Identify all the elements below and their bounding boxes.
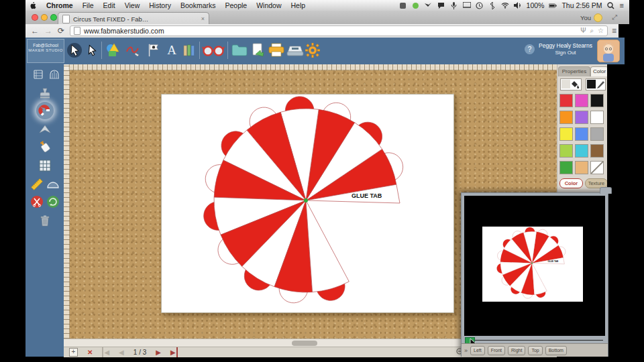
status-bird-icon[interactable] [425, 1, 433, 9]
pointer-icon[interactable] [66, 42, 83, 59]
first-page-button[interactable]: ◀ [102, 347, 109, 357]
bookmark-star-icon[interactable]: ☆ [598, 27, 604, 35]
export-icon[interactable] [250, 42, 267, 59]
next-page-button[interactable]: ▶ [156, 347, 161, 357]
menu-item-file[interactable]: File [83, 1, 94, 9]
trash-icon[interactable] [38, 213, 52, 228]
color-swatch[interactable] [559, 111, 573, 124]
text-icon[interactable]: A [163, 42, 180, 59]
view-bottom-button[interactable]: Bottom [545, 346, 567, 355]
folder-icon[interactable] [231, 42, 248, 59]
menu-item-bookmarks[interactable]: Bookmarks [180, 1, 216, 9]
fill-color-swatch[interactable] [560, 78, 582, 90]
gear-icon[interactable] [304, 42, 321, 59]
last-page-button[interactable]: ▶ [170, 347, 178, 357]
status-green-dot-icon[interactable] [412, 1, 420, 9]
status-chat-bubble-icon[interactable] [437, 1, 445, 9]
scissors-icon[interactable] [30, 194, 44, 209]
preview-panel-handle[interactable] [600, 187, 612, 194]
ruler-icon[interactable] [30, 177, 44, 192]
status-time-machine-icon[interactable] [476, 1, 484, 9]
color-swatch[interactable] [590, 144, 604, 158]
design-page[interactable]: GLUE TAB [161, 94, 454, 313]
menu-item-help[interactable]: Help [291, 1, 306, 9]
menu-item-edit[interactable]: Edit [103, 1, 115, 9]
plugin-icon[interactable]: Ψ [580, 27, 586, 35]
menu-item-window[interactable]: Window [256, 1, 281, 9]
menu-item-history[interactable]: History [149, 1, 171, 9]
color-swatch[interactable] [575, 94, 588, 107]
view-front-button[interactable]: Front [488, 346, 505, 355]
prev-page-button[interactable]: ◀ [119, 347, 124, 357]
circus-tent-pattern[interactable]: GLUE TAB [162, 95, 453, 312]
chrome-profile-chip[interactable]: You [580, 13, 602, 22]
fold-icon[interactable] [38, 122, 52, 137]
grid-icon[interactable] [38, 158, 52, 173]
add-page-button[interactable]: + [69, 348, 78, 357]
tab-properties[interactable]: Properties [558, 66, 590, 76]
print-icon[interactable] [268, 42, 285, 59]
sign-out-link[interactable]: Sign Out [537, 50, 594, 56]
library-icon[interactable] [180, 42, 198, 59]
rotate-icon[interactable] [46, 194, 60, 209]
url-field[interactable]: www.fabmakerstudio.com Ψ ⌕ ☆ [70, 25, 608, 36]
scrollbar-thumb[interactable] [292, 341, 317, 346]
color-swatch[interactable] [559, 144, 573, 158]
status-mic-icon[interactable] [450, 1, 458, 9]
tab-color[interactable]: Color [590, 66, 608, 76]
spotlight-icon[interactable] [607, 1, 615, 9]
stroke-color-swatch[interactable] [586, 78, 606, 90]
color-swatch[interactable] [575, 127, 588, 141]
status-bluetooth-icon[interactable] [488, 1, 496, 9]
forward-button[interactable]: → [44, 26, 52, 36]
color-swatch[interactable] [575, 111, 588, 124]
menu-item-people[interactable]: People [225, 1, 247, 9]
url-text[interactable]: www.fabmakerstudio.com [84, 27, 164, 35]
preview-expand-button[interactable]: » [464, 347, 468, 355]
glasses-icon[interactable] [202, 42, 225, 59]
delete-page-button[interactable]: ✕ [87, 347, 93, 357]
view-top-button[interactable]: Top [528, 346, 542, 355]
fullscreen-expand-icon[interactable]: ⤢ [612, 13, 617, 21]
stamp-icon[interactable] [38, 86, 52, 101]
fabricate-icon[interactable] [286, 42, 304, 59]
color-swatch[interactable] [575, 161, 588, 174]
apple-menu-icon[interactable] [30, 1, 37, 9]
color-swatch[interactable] [590, 161, 604, 174]
notification-center-icon[interactable]: ≡ [620, 1, 624, 9]
pointer-outline-icon[interactable] [83, 42, 101, 59]
preview-viewport[interactable]: GLUE TAB [464, 196, 605, 336]
notebook-icon[interactable] [31, 67, 46, 82]
window-close-button[interactable] [32, 14, 38, 21]
user-account[interactable]: Peggy Healy Stearns Sign Out [537, 42, 594, 56]
color-swatch[interactable] [590, 111, 604, 124]
reload-button[interactable]: ⟳ [58, 26, 64, 36]
color-swatch[interactable] [590, 94, 604, 107]
view-right-button[interactable]: Right [508, 346, 525, 355]
window-zoom-button[interactable] [50, 14, 57, 21]
cage-icon[interactable] [47, 67, 62, 82]
menu-item-chrome[interactable]: Chrome [46, 1, 73, 9]
protractor-icon[interactable] [46, 177, 60, 192]
view-left-button[interactable]: Left [470, 346, 485, 355]
color-swatch[interactable] [559, 94, 573, 107]
color-swatch[interactable] [575, 144, 588, 158]
glue-bottle-icon[interactable] [36, 139, 54, 154]
status-app-icon[interactable] [399, 1, 407, 9]
user-avatar[interactable] [597, 40, 620, 62]
help-button[interactable]: ? [525, 44, 535, 54]
preview-rotation-slider[interactable] [466, 340, 603, 341]
search-icon[interactable]: ⌕ [590, 27, 594, 35]
shapes-icon[interactable] [105, 42, 122, 59]
color-swatch[interactable] [590, 127, 604, 141]
menu-clock[interactable]: Thu 2:56 PM [561, 1, 602, 9]
status-volume-icon[interactable] [514, 1, 522, 9]
status-display-icon[interactable] [463, 1, 471, 9]
draw-icon[interactable] [125, 42, 142, 59]
status-wifi-icon[interactable] [501, 1, 509, 9]
chrome-menu-icon[interactable]: ≡ [612, 26, 616, 36]
color-mode-button[interactable]: Color [559, 178, 583, 188]
magnet-icon[interactable] [36, 102, 54, 119]
color-swatch[interactable] [559, 127, 573, 141]
flag-icon[interactable] [145, 42, 162, 59]
